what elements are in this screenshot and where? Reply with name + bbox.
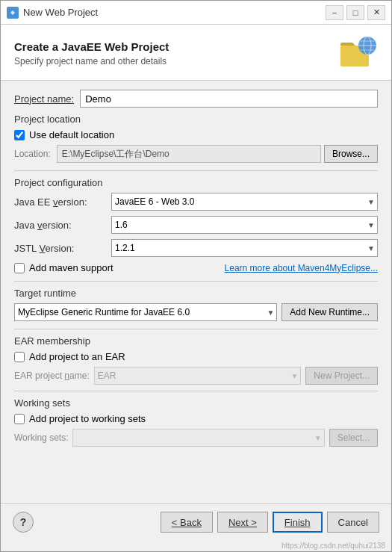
java-ee-version-wrapper: JavaEE 6 - Web 3.0 ▼	[111, 193, 378, 211]
add-working-sets-label: Add project to working sets	[29, 413, 146, 424]
ear-name-field-label: EAR project name:	[14, 370, 90, 381]
window-icon	[7, 7, 19, 19]
ear-name-row: EAR project name: EAR ▼ New Project...	[14, 367, 378, 385]
ear-membership-label: EAR membership	[14, 335, 378, 347]
maven-link[interactable]: Learn more about Maven4MyEclipse...	[225, 263, 378, 273]
close-button[interactable]: ✕	[367, 5, 385, 20]
add-ear-row: Add project to an EAR	[14, 351, 378, 362]
runtime-row: MyEclipse Generic Runtime for JavaEE 6.0…	[14, 303, 378, 321]
working-sets-field-row: Working sets: ▼ Select...	[14, 429, 378, 447]
title-bar: New Web Project − □ ✕	[1, 1, 391, 25]
select-button: Select...	[329, 429, 378, 447]
minimize-button[interactable]: −	[326, 5, 343, 20]
content: Project name: Project location Use defau…	[1, 81, 391, 503]
help-button[interactable]: ?	[13, 512, 34, 533]
finish-button[interactable]: Finish	[273, 512, 323, 533]
next-button[interactable]: Next >	[217, 512, 268, 533]
project-name-label: Project name:	[14, 93, 74, 105]
project-name-row: Project name:	[14, 90, 378, 108]
maximize-button[interactable]: □	[346, 5, 364, 20]
new-project-button: New Project...	[305, 367, 378, 385]
window-title: New Web Project	[23, 7, 326, 18]
footer-left: ?	[13, 512, 34, 533]
location-field-label: Location:	[14, 149, 51, 159]
maven-row: Add maven support Learn more about Maven…	[14, 262, 378, 273]
project-config-label: Project configuration	[14, 177, 378, 188]
cancel-button[interactable]: Cancel	[327, 512, 379, 533]
java-version-label: Java version:	[14, 220, 111, 231]
java-version-wrapper: 1.6 ▼	[111, 216, 378, 234]
working-sets-section-label: Working sets	[14, 397, 378, 409]
header-icon	[339, 35, 378, 71]
jstl-version-row: JSTL Version: 1.2.1 ▼	[14, 239, 378, 257]
project-name-input[interactable]	[80, 90, 378, 108]
location-input	[57, 145, 321, 163]
runtime-select[interactable]: MyEclipse Generic Runtime for JavaEE 6.0	[14, 303, 277, 321]
java-ee-version-label: Java EE version:	[14, 196, 111, 208]
add-working-sets-checkbox[interactable]	[14, 414, 25, 424]
add-runtime-button[interactable]: Add New Runtime...	[281, 303, 378, 321]
java-ee-version-row: Java EE version: JavaEE 6 - Web 3.0 ▼	[14, 193, 378, 211]
use-default-location-checkbox[interactable]	[14, 130, 25, 140]
window: New Web Project − □ ✕ Create a JavaEE We…	[0, 0, 392, 552]
add-working-sets-row: Add project to working sets	[14, 413, 378, 424]
location-row: Location: Browse...	[14, 145, 378, 163]
jstl-version-wrapper: 1.2.1 ▼	[111, 239, 378, 257]
footer: ? < Back Next > Finish Cancel	[1, 503, 391, 540]
jstl-version-label: JSTL Version:	[14, 243, 111, 254]
add-ear-checkbox[interactable]	[14, 352, 25, 362]
footer-right: < Back Next > Finish Cancel	[161, 512, 379, 533]
jstl-version-select[interactable]: 1.2.1	[111, 239, 378, 257]
project-location-label: Project location	[14, 114, 378, 125]
target-runtime-section-label: Target runtime	[14, 288, 378, 299]
header-section: Create a JavaEE Web Project Specify proj…	[1, 25, 391, 81]
working-sets-dropdown-wrapper: ▼	[72, 429, 324, 447]
add-ear-label: Add project to an EAR	[29, 351, 125, 362]
title-bar-controls: − □ ✕	[326, 5, 385, 20]
add-maven-label: Add maven support	[29, 262, 113, 273]
back-button[interactable]: < Back	[161, 512, 213, 533]
header-subtitle: Specify project name and other details	[14, 56, 169, 66]
ear-project-select: EAR	[94, 367, 302, 385]
use-default-location-row: Use default location	[14, 129, 378, 140]
add-maven-checkbox[interactable]	[14, 263, 25, 273]
use-default-location-text: Use default location	[29, 129, 114, 140]
runtime-dropdown-wrapper: MyEclipse Generic Runtime for JavaEE 6.0…	[14, 303, 277, 321]
working-sets-field-label: Working sets:	[14, 432, 68, 443]
java-version-select[interactable]: 1.6	[111, 216, 378, 234]
browse-button[interactable]: Browse...	[324, 145, 378, 163]
add-maven-row: Add maven support	[14, 262, 113, 273]
java-version-row: Java version: 1.6 ▼	[14, 216, 378, 234]
header-title: Create a JavaEE Web Project	[14, 40, 169, 53]
ear-dropdown-wrapper: EAR ▼	[94, 367, 302, 385]
watermark: https://blog.csdn.net/quhui2138	[1, 540, 391, 551]
working-sets-select	[72, 429, 324, 447]
java-ee-version-select[interactable]: JavaEE 6 - Web 3.0	[111, 193, 378, 211]
